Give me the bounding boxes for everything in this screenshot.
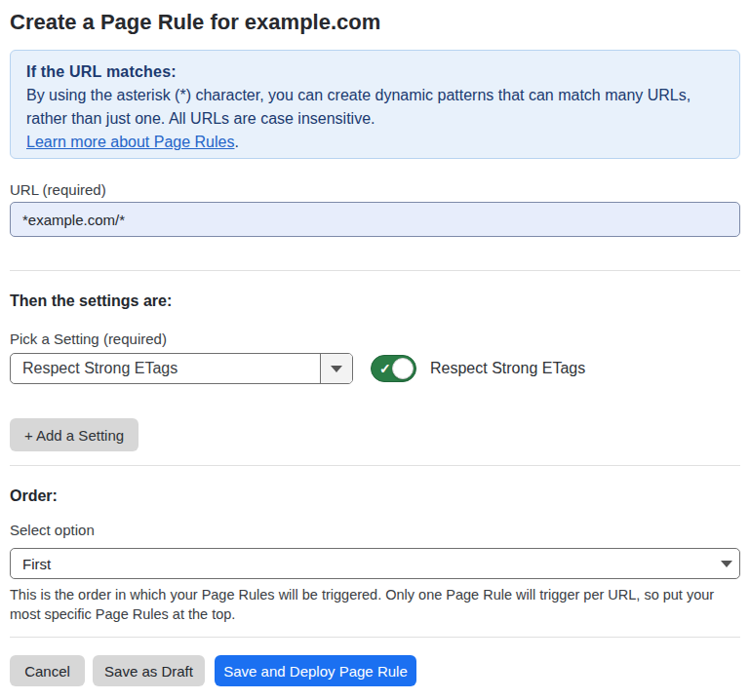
select-option-label: Select option xyxy=(10,523,740,538)
save-deploy-button[interactable]: Save and Deploy Page Rule xyxy=(215,655,416,686)
chevron-down-icon xyxy=(331,366,342,372)
order-helper-text: This is the order in which your Page Rul… xyxy=(10,585,728,624)
setting-row: Respect Strong ETags ✓ Respect Strong ET… xyxy=(10,353,740,384)
url-label: URL (required) xyxy=(10,182,740,198)
add-setting-button[interactable]: + Add a Setting xyxy=(10,418,138,451)
setting-toggle[interactable]: ✓ xyxy=(371,355,416,382)
divider xyxy=(10,465,740,466)
settings-heading: Then the settings are: xyxy=(10,293,740,309)
cancel-button[interactable]: Cancel xyxy=(10,655,85,686)
toggle-knob xyxy=(392,358,414,379)
divider xyxy=(10,270,740,271)
url-input[interactable] xyxy=(10,202,740,237)
save-draft-button[interactable]: Save as Draft xyxy=(93,655,205,686)
action-buttons: Cancel Save as Draft Save and Deploy Pag… xyxy=(10,655,740,686)
info-box-body: By using the asterisk (*) character, you… xyxy=(26,84,724,131)
toggle-label: Respect Strong ETags xyxy=(430,360,585,377)
dropdown-arrow-button[interactable] xyxy=(320,354,352,383)
order-select-value: First xyxy=(22,556,721,572)
check-icon: ✓ xyxy=(379,362,391,375)
chevron-down-icon xyxy=(721,561,732,567)
setting-dropdown-value: Respect Strong ETags xyxy=(11,354,320,383)
page-rule-form: Create a Page Rule for example.com If th… xyxy=(0,0,750,686)
divider xyxy=(10,637,740,638)
order-heading: Order: xyxy=(10,488,740,504)
order-select[interactable]: First xyxy=(10,548,740,579)
setting-dropdown[interactable]: Respect Strong ETags xyxy=(10,353,353,384)
info-box-heading: If the URL matches: xyxy=(26,60,724,84)
pick-setting-label: Pick a Setting (required) xyxy=(10,331,740,347)
page-title: Create a Page Rule for example.com xyxy=(10,0,740,34)
learn-more-link[interactable]: Learn more about Page Rules xyxy=(26,134,234,150)
link-suffix: . xyxy=(234,134,238,150)
url-match-info-box: If the URL matches: By using the asteris… xyxy=(10,50,740,159)
